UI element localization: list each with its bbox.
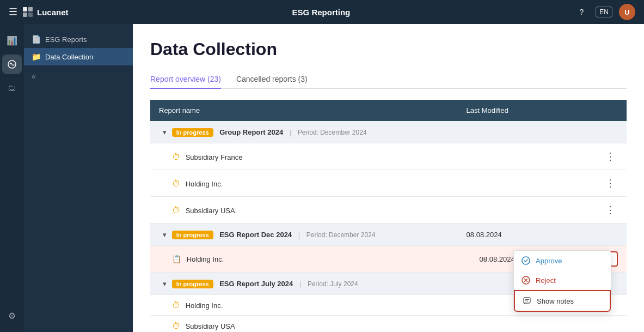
group1-status-badge: In progress <box>172 128 213 137</box>
subsidiary-usa-july-label: Subsidiary USA <box>186 322 235 330</box>
sub-modified <box>458 170 581 197</box>
col-report-name: Report name <box>150 100 458 121</box>
reject-icon <box>522 276 530 285</box>
notes-icon <box>523 297 531 305</box>
table-row: ▾ In progress ESG Report Dec 2024 | Peri… <box>150 224 627 246</box>
sub-actions: ⋮ <box>581 197 627 224</box>
approve-menu-item[interactable]: Approve <box>514 251 611 270</box>
nav-analytics[interactable]: 📊 <box>2 31 22 50</box>
group3-period: Period: July 2024 <box>308 280 358 288</box>
content-area: Data Collection Report overview (23) Can… <box>133 24 644 332</box>
user-avatar[interactable]: U <box>619 4 635 20</box>
table-row: ⏱ Subsidiary USA ⋮ <box>150 197 627 224</box>
nav-settings[interactable]: ⚙ <box>2 306 22 325</box>
table-row: ⏱ Holding Inc. ⋮ <box>150 170 627 197</box>
group2-name: ESG Report Dec 2024 <box>219 231 292 239</box>
logo-text: Lucanet <box>37 8 69 17</box>
sub-actions <box>581 316 627 333</box>
language-button[interactable]: EN <box>596 7 612 17</box>
svg-rect-0 <box>23 7 27 11</box>
nav-reports[interactable]: 🗂 <box>2 79 22 98</box>
group1-name-cell: ▾ In progress Group Report 2024 | Period… <box>150 121 458 143</box>
topbar-left: ☰ Lucanet <box>9 6 69 18</box>
sidebar-item-esg-reports[interactable]: 📄 ESG Reports <box>24 31 133 48</box>
document-icon: 📄 <box>32 35 41 44</box>
period-separator: | <box>298 231 300 239</box>
group3-name-cell: ▾ In progress ESG Report July 2024 | Per… <box>150 273 458 295</box>
clock-icon: ⏱ <box>172 300 180 310</box>
sub-row-cell: ⏱ Subsidiary France <box>150 143 458 170</box>
more-options-button[interactable]: ⋮ <box>603 149 618 164</box>
table-row: ⏱ Subsidiary France ⋮ <box>150 143 627 170</box>
more-options-button[interactable]: ⋮ <box>603 202 618 218</box>
tabs: Report overview (23) Cancelled reports (… <box>150 70 627 89</box>
col-last-modified: Last Modified <box>458 100 581 121</box>
help-button[interactable]: ? <box>574 4 589 20</box>
subsidiary-france-label: Subsidiary France <box>186 153 243 161</box>
sidebar-collapse-button[interactable]: « <box>24 65 133 87</box>
sidebar-item-data-collection[interactable]: 📁 Data Collection <box>24 48 133 65</box>
topbar-right: ? EN U <box>574 4 635 20</box>
period-separator: | <box>299 280 301 288</box>
clock-icon: ⏱ <box>172 321 180 330</box>
group1-period: Period: December 2024 <box>298 129 367 136</box>
sidebar-label-esg-reports: ESG Reports <box>45 35 87 44</box>
table-row: ⏱ Subsidiary USA <box>150 316 627 333</box>
sub-row-cell: ⏱ Holding Inc. <box>150 170 458 197</box>
show-notes-menu-item[interactable]: Show notes <box>514 290 611 312</box>
reject-menu-item[interactable]: Reject <box>514 270 611 290</box>
group2-status-badge: In progress <box>172 231 213 239</box>
group3-status-badge: In progress <box>172 280 213 288</box>
app-container: ☰ Lucanet ESG Reporting ? EN U 📊 <box>0 0 644 332</box>
group2-modified: 08.08.2024 <box>458 224 581 246</box>
expand-group1-button[interactable]: ▾ <box>159 126 170 137</box>
sub-modified <box>458 143 581 170</box>
clock-icon: ⏱ <box>172 206 180 215</box>
group1-actions <box>581 121 627 143</box>
holding-inc-july-label: Holding Inc. <box>186 301 223 310</box>
tab-cancelled-reports[interactable]: Cancelled reports (3) <box>236 70 308 89</box>
group3-name: ESG Report July 2024 <box>219 280 293 288</box>
topbar: ☰ Lucanet ESG Reporting ? EN U <box>0 0 644 24</box>
svg-rect-1 <box>28 7 33 11</box>
period-separator: | <box>290 128 291 136</box>
nav-rail: 📊 🗂 ⚙ <box>0 24 24 332</box>
approve-icon <box>522 256 530 265</box>
folder-icon: 📁 <box>32 52 41 61</box>
svg-rect-3 <box>28 13 33 17</box>
group2-period: Period: December 2024 <box>306 231 376 239</box>
page-title: Data Collection <box>150 39 627 59</box>
topbar-title: ESG Reporting <box>69 8 574 17</box>
context-menu: Approve Reject <box>513 250 611 312</box>
holding-inc-label: Holding Inc. <box>186 180 223 188</box>
reject-label: Reject <box>536 276 556 285</box>
tab-report-overview[interactable]: Report overview (23) <box>150 70 221 89</box>
lucanet-logo-icon <box>23 7 33 17</box>
expand-group3-button[interactable]: ▾ <box>159 278 170 289</box>
more-options-button[interactable]: ⋮ <box>603 176 618 191</box>
sub-modified <box>458 197 581 224</box>
svg-rect-2 <box>23 13 27 17</box>
svg-rect-9 <box>524 298 530 303</box>
sub-row-cell: ⏱ Subsidiary USA <box>150 197 458 224</box>
approve-label: Approve <box>536 257 562 265</box>
group1-name: Group Report 2024 <box>219 128 283 136</box>
menu-icon[interactable]: ☰ <box>9 6 17 18</box>
esg-icon <box>7 59 17 69</box>
file-icon: 📋 <box>172 255 181 263</box>
sub-actions: ⋮ <box>581 170 627 197</box>
clock-icon: ⏱ <box>172 179 180 188</box>
holding-inc-dec-label: Holding Inc. <box>187 255 224 263</box>
expand-group2-button[interactable]: ▾ <box>159 229 170 240</box>
main-area: 📊 🗂 ⚙ 📄 ESG Reports 📁 Data Collection « <box>0 24 644 332</box>
col-actions <box>581 100 627 121</box>
table-header-row: Report name Last Modified <box>150 100 627 121</box>
show-notes-label: Show notes <box>537 297 574 305</box>
sub-actions: ⋮ <box>581 143 627 170</box>
nav-esg[interactable] <box>2 55 22 74</box>
sub-row-cell: ⏱ Subsidiary USA <box>150 316 458 333</box>
help-icon: ? <box>579 8 584 16</box>
sub-row-cell: ⏱ Holding Inc. <box>150 295 458 316</box>
group1-modified <box>458 121 581 143</box>
subsidiary-usa-label: Subsidiary USA <box>186 207 235 215</box>
